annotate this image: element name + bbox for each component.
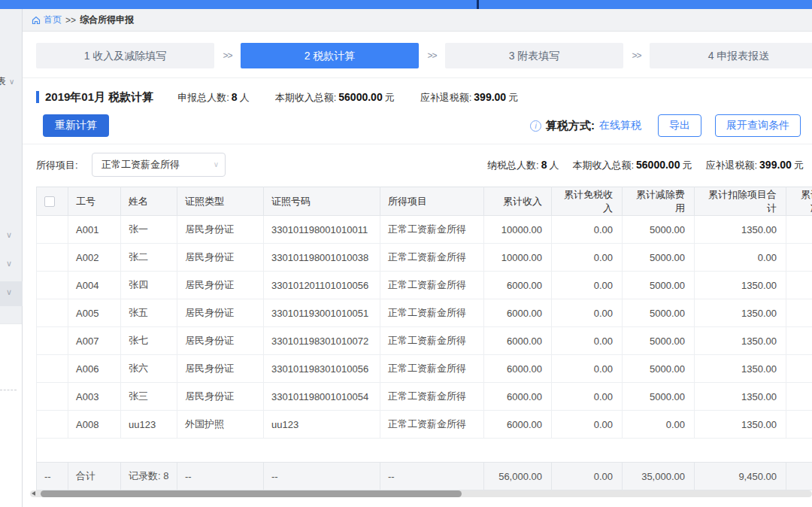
row-cell: 5000.00 bbox=[623, 216, 695, 244]
column-header: 工号 bbox=[68, 187, 121, 216]
row-cell: 0.00 bbox=[552, 299, 623, 327]
step-wizard: 1 收入及减除填写>>2 税款计算>>3 附表填写>>4 申报表报送 bbox=[36, 43, 812, 68]
income-item-select[interactable]: 正常工资薪金所得 ∨ bbox=[92, 153, 226, 177]
chevron-down-icon[interactable]: ∨ bbox=[6, 230, 23, 240]
row-cell: 正常工资薪金所得 bbox=[380, 327, 484, 355]
select-all-checkbox[interactable] bbox=[44, 196, 55, 207]
row-cell: 330101201101010056 bbox=[264, 272, 380, 299]
summary-header: 2019年01月 税款计算 申报总人数:8人本期收入总额:56000.00元应补… bbox=[36, 89, 544, 105]
row-cell bbox=[786, 411, 812, 439]
table-row[interactable]: A008uu123外国护照uu123正常工资薪金所得6000.000.000.0… bbox=[37, 411, 812, 439]
table-row[interactable]: A004张四居民身份证330101201101010056正常工资薪金所得600… bbox=[37, 272, 812, 299]
total-cell: 56,000.00 bbox=[484, 463, 552, 490]
step-4-tab[interactable]: 4 申报表报送 bbox=[650, 43, 812, 68]
row-cell: 1350.00 bbox=[695, 272, 786, 299]
row-cell: 0.00 bbox=[623, 411, 695, 439]
row-cell: 330101198001010054 bbox=[264, 383, 380, 411]
row-cell: 6000.00 bbox=[484, 411, 552, 439]
row-cell: 6000.00 bbox=[484, 327, 552, 355]
table-empty-gap bbox=[36, 439, 812, 462]
step-1-tab[interactable]: 1 收入及减除填写 bbox=[36, 43, 214, 68]
income-item-label: 所得项目: bbox=[36, 159, 78, 172]
total-cell: 合计 bbox=[68, 463, 121, 490]
row-cell: 正常工资薪金所得 bbox=[380, 272, 484, 299]
sidebar-item-collapsed[interactable]: 表∨ bbox=[0, 75, 23, 88]
row-cell: 居民身份证 bbox=[177, 244, 264, 272]
table-row[interactable]: A002张二居民身份证330101198001010038正常工资薪金所得100… bbox=[37, 244, 812, 272]
scroll-left-arrow-icon[interactable] bbox=[32, 491, 35, 496]
toolbar: 重新计算 i 算税方式: 在线算税 导出 展开查询条件 bbox=[23, 114, 812, 144]
row-select-cell bbox=[37, 244, 68, 272]
step-separator: >> bbox=[214, 50, 241, 61]
app-window: 表∨ ∨ ∨ ∨ 首页 >> 综合所得申报 1 收入及减除填写>>2 税款计算>… bbox=[0, 0, 812, 507]
tax-mode-label: 算税方式: bbox=[546, 119, 595, 133]
row-select-cell bbox=[37, 216, 68, 244]
table-row[interactable]: A001张一居民身份证330101198001010011正常工资薪金所得100… bbox=[37, 216, 812, 244]
breadcrumb-current: 综合所得申报 bbox=[80, 14, 134, 26]
table-row[interactable]: A007张七居民身份证330101198301010072正常工资薪金所得600… bbox=[37, 327, 812, 355]
row-cell: 5000.00 bbox=[623, 299, 695, 327]
row-cell: 张五 bbox=[121, 299, 177, 327]
tax-mode-value-link[interactable]: 在线算税 bbox=[599, 119, 641, 132]
row-cell: 5000.00 bbox=[623, 327, 695, 355]
row-cell: A007 bbox=[68, 327, 121, 355]
table-row[interactable]: A006张六居民身份证330101198301010056正常工资薪金所得600… bbox=[37, 355, 812, 383]
row-cell: 330101198001010011 bbox=[264, 216, 380, 244]
row-select-cell bbox=[37, 411, 68, 439]
filter-stats: 纳税总人数:8人本期收入总额:56000.00元应补退税额:399.00元 bbox=[487, 158, 812, 172]
expand-query-button[interactable]: 展开查询条件 bbox=[715, 114, 801, 137]
scrollbar-thumb[interactable] bbox=[41, 490, 462, 497]
stat-unit: 元 bbox=[794, 159, 804, 171]
chevron-down-icon: ∨ bbox=[9, 77, 14, 86]
tax-table-zone: 工号姓名证照类型证照号码所得项目累计收入累计免税收入累计减除费用累计扣除项目合计… bbox=[36, 187, 812, 490]
column-header: 所得项目 bbox=[380, 187, 484, 216]
chevron-down-icon: ∨ bbox=[214, 153, 219, 176]
column-header: 累计免税收入 bbox=[552, 187, 623, 216]
row-select-cell bbox=[37, 383, 68, 411]
step-2-tab[interactable]: 2 税款计算 bbox=[241, 43, 419, 68]
breadcrumb: 首页 >> 综合所得申报 bbox=[23, 9, 812, 32]
toolbar-right-group: i 算税方式: 在线算税 导出 展开查询条件 bbox=[530, 114, 801, 137]
stat-label: 本期收入总额: bbox=[275, 92, 337, 103]
title-accent-bar bbox=[36, 91, 39, 103]
row-cell: 6000.00 bbox=[484, 299, 552, 327]
breadcrumb-home-link[interactable]: 首页 bbox=[32, 14, 62, 26]
column-header: 累计减除费用 bbox=[623, 187, 695, 216]
step-separator: >> bbox=[623, 50, 650, 61]
row-cell: 正常工资薪金所得 bbox=[380, 216, 484, 244]
chevron-down-icon[interactable]: ∨ bbox=[6, 259, 23, 269]
row-cell: 6000.00 bbox=[484, 355, 552, 383]
row-cell: 正常工资薪金所得 bbox=[380, 411, 484, 439]
row-cell bbox=[786, 272, 812, 299]
row-cell: 1350.00 bbox=[695, 299, 786, 327]
chevron-down-icon[interactable]: ∨ bbox=[6, 287, 23, 297]
table-row[interactable]: A005张五居民身份证330101193001010051正常工资薪金所得600… bbox=[37, 299, 812, 327]
row-cell: A004 bbox=[68, 272, 121, 299]
stat-label: 应补退税额: bbox=[705, 159, 757, 171]
table-header-row: 工号姓名证照类型证照号码所得项目累计收入累计免税收入累计减除费用累计扣除项目合计… bbox=[37, 187, 812, 216]
horizontal-scrollbar[interactable] bbox=[30, 490, 812, 497]
row-cell: 正常工资薪金所得 bbox=[380, 383, 484, 411]
stat-value: 399.00 bbox=[474, 91, 506, 103]
row-cell bbox=[786, 383, 812, 411]
stat-unit: 元 bbox=[385, 92, 395, 103]
row-cell: 居民身份证 bbox=[177, 355, 264, 383]
row-cell: 330101198301010056 bbox=[264, 355, 380, 383]
row-cell bbox=[786, 327, 812, 355]
row-select-cell bbox=[37, 327, 68, 355]
step-3-tab[interactable]: 3 附表填写 bbox=[445, 43, 623, 68]
row-cell: 5000.00 bbox=[623, 244, 695, 272]
export-button[interactable]: 导出 bbox=[658, 114, 701, 137]
row-cell: 张四 bbox=[121, 272, 177, 299]
column-header: 证照号码 bbox=[264, 187, 380, 216]
row-select-cell bbox=[37, 299, 68, 327]
table-row[interactable]: A003张三居民身份证330101198001010054正常工资薪金所得600… bbox=[37, 383, 812, 411]
total-cell: 35,000.00 bbox=[623, 463, 695, 490]
row-cell: 5000.00 bbox=[623, 272, 695, 299]
tax-table: 工号姓名证照类型证照号码所得项目累计收入累计免税收入累计减除费用累计扣除项目合计… bbox=[36, 187, 812, 439]
recalculate-button[interactable]: 重新计算 bbox=[43, 114, 109, 137]
info-circle-icon: i bbox=[530, 120, 541, 132]
stat-value: 56000.00 bbox=[636, 159, 680, 171]
row-cell: 张一 bbox=[121, 216, 177, 244]
stat-unit: 元 bbox=[682, 159, 692, 171]
